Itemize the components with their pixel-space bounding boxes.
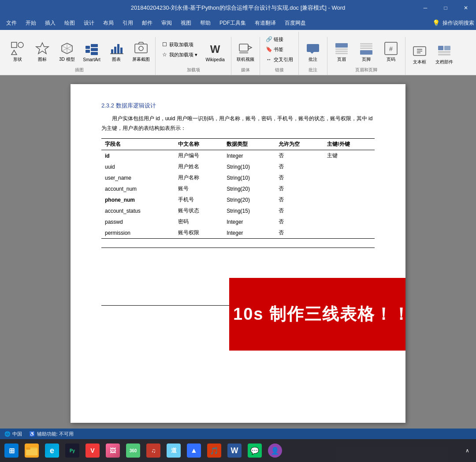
- header-icon: [335, 41, 349, 55]
- footer-button[interactable]: 页脚: [355, 40, 378, 64]
- taskbar-photo[interactable]: 🖼: [103, 441, 123, 460]
- maximize-button[interactable]: □: [435, 0, 456, 16]
- ribbon-group-text: 文本框 文档部件: [405, 40, 458, 75]
- screenshot-label: 屏幕截图: [132, 56, 150, 63]
- online-video-button[interactable]: 联机视频: [234, 40, 257, 64]
- table-cell-name: 账号状态: [175, 205, 223, 216]
- taskbar-pycharm[interactable]: Py: [63, 441, 82, 460]
- taskbar-edge[interactable]: e: [42, 441, 62, 460]
- taskbar-start[interactable]: ⊞: [2, 441, 21, 460]
- table-cell-key: 主键: [324, 150, 375, 162]
- insert-group-label: 插图: [75, 66, 84, 73]
- svg-rect-38: [438, 51, 450, 53]
- 3dmodel-button[interactable]: 3D 模型: [56, 40, 78, 64]
- chart-button[interactable]: 图表: [105, 40, 128, 64]
- footer-icon: [359, 41, 373, 55]
- menu-home[interactable]: 开始: [21, 18, 41, 29]
- svg-text:#: #: [389, 45, 393, 52]
- menu-pdf[interactable]: PDF工具集: [215, 18, 250, 29]
- taskbar-right: ∧: [460, 441, 474, 460]
- menu-design[interactable]: 设计: [79, 18, 99, 29]
- taskbar-lark[interactable]: ▲: [184, 441, 204, 460]
- comment-button[interactable]: 批注: [301, 40, 324, 64]
- get-addin-label: 获取加载项: [169, 41, 193, 48]
- screenshot-button[interactable]: 屏幕截图: [130, 40, 152, 64]
- menu-youdao[interactable]: 有道翻译: [250, 18, 280, 29]
- svg-rect-42: [26, 447, 30, 450]
- menu-insert[interactable]: 插入: [41, 18, 60, 29]
- crossref-label: 交叉引用: [274, 56, 293, 63]
- explorer-icon: [25, 444, 39, 458]
- taskbar-music[interactable]: 🎵: [205, 441, 224, 460]
- table-cell-type: String(20): [223, 183, 275, 194]
- menu-review[interactable]: 审阅: [157, 18, 176, 29]
- menu-ref[interactable]: 引用: [118, 18, 138, 29]
- crossref-button[interactable]: ↔ 交叉引用: [263, 55, 296, 64]
- svg-rect-11: [91, 52, 98, 55]
- shapes-button[interactable]: 形状: [6, 40, 29, 64]
- textbox-button[interactable]: 文本框: [408, 42, 431, 67]
- taskbar: ⊞ e Py V 🖼 360 ♫ 道 ▲ 🎵 W 💬: [0, 439, 476, 462]
- media-group-label: 媒体: [241, 66, 250, 73]
- taskbar-explorer[interactable]: [22, 441, 41, 460]
- link-button[interactable]: 🔗 链接: [263, 34, 296, 44]
- accessibility-text: 辅助功能: 不可用: [37, 431, 74, 437]
- avatar-icon: 👤: [268, 444, 282, 458]
- pycharm-icon: Py: [65, 444, 79, 458]
- get-addin-button[interactable]: ☐ 获取加载项: [158, 40, 200, 49]
- table-cell-field: id: [101, 150, 175, 162]
- hf-group-label: 页眉和页脚: [355, 66, 377, 73]
- bookmark-label: 书签: [274, 46, 283, 53]
- taskbar-wechat[interactable]: 💬: [245, 441, 264, 460]
- close-button[interactable]: ✕: [456, 0, 476, 16]
- footer-label: 页脚: [362, 56, 371, 63]
- menu-view[interactable]: 视图: [176, 18, 196, 29]
- table-cell-key: [324, 194, 375, 205]
- table-cell-key: [324, 205, 375, 216]
- taskbar-netease[interactable]: ♫: [144, 441, 163, 460]
- link-icon: 🔗: [265, 36, 272, 43]
- col-key: 主键/外键: [324, 139, 375, 150]
- menu-baidu[interactable]: 百度网盘: [280, 18, 310, 29]
- my-addin-button[interactable]: ☆ 我的加载项 ▾: [158, 50, 200, 59]
- taskbar-vivaldi[interactable]: V: [83, 441, 102, 460]
- header-label: 页眉: [337, 56, 346, 63]
- table-cell-type: String(10): [223, 161, 275, 172]
- svg-rect-29: [360, 50, 372, 55]
- table-cell-nullable: 否: [275, 183, 324, 194]
- textbox-icon: [413, 44, 427, 58]
- chart-icon: [109, 41, 123, 55]
- taskbar-youdao[interactable]: 道: [164, 441, 183, 460]
- icons-label: 图标: [38, 56, 47, 63]
- table-cell-type: Integer: [223, 216, 275, 227]
- minimize-button[interactable]: ─: [415, 0, 435, 16]
- menu-bar: 文件 开始 插入 绘图 设计 布局 引用 邮件 审阅 视图 帮助 PDF工具集 …: [0, 16, 476, 30]
- menu-draw[interactable]: 绘图: [60, 18, 79, 29]
- ribbon-hf-content: 页眉 页脚 # 页码: [330, 38, 402, 66]
- table-cell-field: account_num: [101, 183, 175, 194]
- table-cell-key: [324, 216, 375, 227]
- document-page: 2.3.2 数据库逻辑设计 用户实体包括用户 id，uuid 用户唯一识别码，用…: [71, 84, 405, 423]
- menu-help[interactable]: 帮助: [196, 18, 215, 29]
- taskbar-avatar[interactable]: 👤: [265, 441, 285, 460]
- taskbar-chevron[interactable]: ∧: [460, 441, 474, 460]
- icons-button[interactable]: 图标: [31, 40, 54, 64]
- menu-file[interactable]: 文件: [2, 18, 21, 29]
- menu-layout[interactable]: 布局: [99, 18, 118, 29]
- banner-text: 10s 制作三线表格！！: [233, 303, 405, 325]
- taskbar-360[interactable]: 360: [123, 441, 143, 460]
- taskbar-word[interactable]: W: [225, 441, 244, 460]
- table-cell-key: [324, 227, 375, 239]
- pagenumber-button[interactable]: # 页码: [379, 40, 402, 64]
- wechat-icon: 💬: [248, 444, 262, 458]
- menu-mail[interactable]: 邮件: [138, 18, 157, 29]
- header-button[interactable]: 页眉: [330, 40, 353, 64]
- docparts-button[interactable]: 文档部件: [433, 42, 456, 67]
- chart-label: 图表: [112, 56, 121, 63]
- wikipedia-button[interactable]: W Wikipedia: [202, 40, 228, 64]
- svg-point-1: [18, 42, 23, 48]
- smartart-button[interactable]: SmartArt: [80, 40, 103, 64]
- svg-rect-28: [360, 48, 372, 49]
- table-cell-name: 账号: [175, 183, 223, 194]
- bookmark-button[interactable]: 🔖 书签: [263, 44, 296, 54]
